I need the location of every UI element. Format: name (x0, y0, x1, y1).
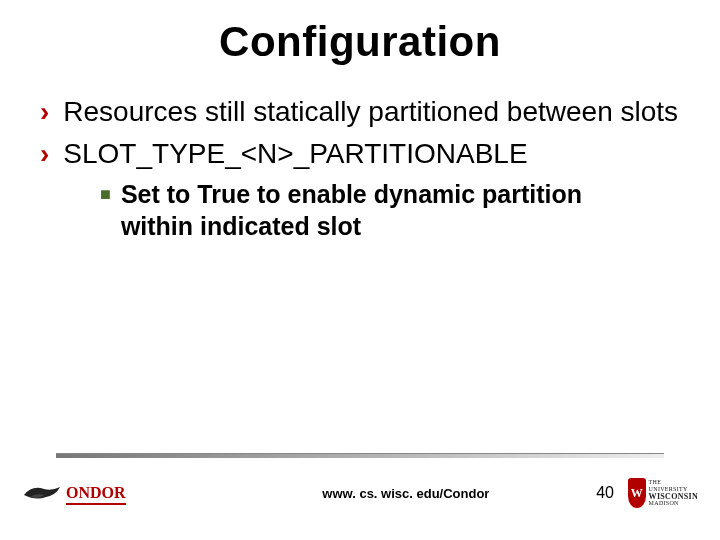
page-number: 40 (596, 484, 614, 502)
uw-line3: MADISON (649, 500, 698, 507)
footer-row: ONDOR www. cs. wisc. edu/Condor 40 W THE… (0, 474, 720, 512)
bullet-item: › Resources still statically partitioned… (40, 94, 680, 130)
condor-logo-text: ONDOR (66, 484, 126, 505)
bullet-text: SLOT_TYPE_<N>_PARTITIONABLE (63, 136, 527, 172)
uw-line1: THE UNIVERSITY (649, 479, 698, 493)
uw-logo-text: THE UNIVERSITY WISCONSIN MADISON (649, 479, 698, 507)
uw-w-letter: W (631, 486, 643, 501)
square-bullet-icon: ■ (100, 178, 111, 210)
bullet-item: › SLOT_TYPE_<N>_PARTITIONABLE (40, 136, 680, 172)
slide-body: › Resources still statically partitioned… (0, 66, 720, 242)
slide-title: Configuration (0, 0, 720, 66)
sub-bullet-text: Set to True to enable dynamic partition … (121, 178, 660, 242)
footer-url: www. cs. wisc. edu/Condor (236, 486, 577, 501)
slide-footer: ONDOR www. cs. wisc. edu/Condor 40 W THE… (0, 453, 720, 512)
uw-wisconsin: WISCONSIN (649, 493, 698, 500)
uw-logo: W THE UNIVERSITY WISCONSIN MADISON (628, 474, 698, 512)
chevron-icon: › (40, 136, 49, 172)
bullet-text: Resources still statically partitioned b… (63, 94, 678, 130)
uw-crest-icon: W (628, 478, 646, 508)
footer-divider (56, 453, 664, 458)
condor-logo: ONDOR (22, 481, 126, 505)
eagle-icon (22, 481, 62, 505)
sub-bullet-item: ■ Set to True to enable dynamic partitio… (100, 178, 680, 242)
chevron-icon: › (40, 94, 49, 130)
slide: Configuration › Resources still statical… (0, 0, 720, 540)
